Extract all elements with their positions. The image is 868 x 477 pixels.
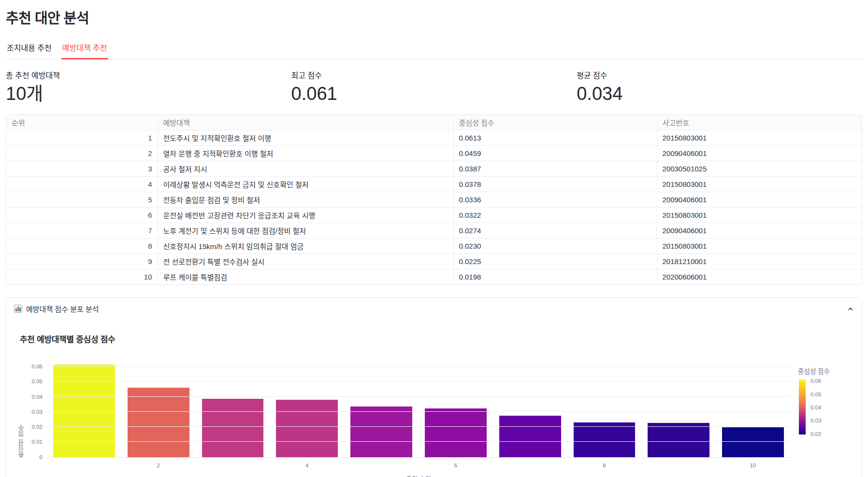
metric-value: 0.061 <box>291 83 577 106</box>
table-row: 6운전실 배전반 고장관련 차단기 응급조치 교육 시행0.0322201508… <box>6 207 862 223</box>
bar-rank-10[interactable] <box>722 427 784 457</box>
cell-accident-number: 20090406001 <box>657 192 862 207</box>
prevention-table: 순위 예방대책 중심성 점수 사고번호 1전도주시 및 지적확인환호 철저 이행… <box>6 114 862 285</box>
table-body: 1전도주시 및 지적확인환호 철저 이행0.0613201508030012열차… <box>6 130 862 284</box>
table-row: 10루프 케이블 특별점검0.019820200606001 <box>6 269 862 284</box>
y-axis-tick: 0.05 <box>32 379 43 384</box>
cell-prevention: 열차 운행 중 지적확인환호 이행 철저 <box>158 145 453 161</box>
cell-centrality-score: 0.0387 <box>453 161 657 176</box>
table-row: 8신호정지시 15km/h 스위치 임의취급 절대 엄금0.0230201508… <box>6 238 862 253</box>
cell-centrality-score: 0.0336 <box>453 192 657 207</box>
y-axis-tick: 0.03 <box>32 409 43 415</box>
metrics-row: 총 추천 예방대책 10개 최고 점수 0.061 평균 점수 0.034 <box>6 69 862 106</box>
x-axis-ticks: 246810 <box>47 463 790 470</box>
y-axis-tick: 0.02 <box>32 424 43 430</box>
cell-rank: 1 <box>6 130 158 145</box>
chart-title: 추천 예방대책별 중심성 점수 <box>20 333 854 345</box>
bar-rank-7[interactable] <box>499 416 561 457</box>
cell-rank: 9 <box>6 253 158 269</box>
bars-container <box>47 359 790 457</box>
colorbar-gradient <box>799 379 806 435</box>
bar-rank-5[interactable] <box>350 407 412 457</box>
table-row: 5전동차 출입문 점검 및 정비 철저0.033620090406001 <box>6 192 862 207</box>
table-row: 1전도주시 및 지적확인환호 철저 이행0.061320150803001 <box>6 130 862 145</box>
bar-rank-8[interactable] <box>574 422 636 457</box>
cell-accident-number: 20150803001 <box>657 176 862 192</box>
cell-rank: 6 <box>6 207 158 223</box>
column-header-rank[interactable]: 순위 <box>6 115 158 130</box>
cell-accident-number: 20150803001 <box>657 130 862 145</box>
gridline <box>47 411 790 412</box>
bar-rank-6[interactable] <box>425 408 487 457</box>
colorbar-tick: 0.02 <box>810 431 821 437</box>
column-header-accident-number[interactable]: 사고번호 <box>657 115 862 130</box>
bar-rank-2[interactable] <box>128 388 189 457</box>
metric-max-score: 최고 점수 0.061 <box>291 69 577 106</box>
x-axis-tick: 2 <box>157 463 159 468</box>
gridline <box>47 426 790 427</box>
chevron-up-icon[interactable] <box>847 306 854 312</box>
table-row: 2열차 운행 중 지적확인환호 이행 철저0.045920090406001 <box>6 145 862 161</box>
table-row: 3공사 철저 지시0.038720030501025 <box>6 161 862 176</box>
cell-rank: 4 <box>6 176 158 192</box>
colorbar-tick: 0.05 <box>810 392 821 397</box>
cell-accident-number: 20200606001 <box>657 269 862 284</box>
gridline <box>47 396 790 397</box>
cell-prevention: 루프 케이블 특별점검 <box>158 269 453 284</box>
table-row: 7노후 계전기 및 스위치 등에 대한 점검/정비 철저0.0274200904… <box>6 223 862 238</box>
score-distribution-expander: 예방대책 점수 분포 분석 추천 예방대책별 중심성 점수 중심성 점수 00.… <box>6 297 862 477</box>
tab-prevention-recommendation[interactable]: 예방대책 추천 <box>61 39 108 59</box>
cell-centrality-score: 0.0230 <box>453 238 657 253</box>
colorbar-tick: 0.06 <box>810 378 821 384</box>
cell-accident-number: 20181210001 <box>657 253 862 269</box>
cell-prevention: 공사 철저 지시 <box>158 161 453 176</box>
cell-prevention: 전동차 출입문 점검 및 정비 철저 <box>158 192 453 207</box>
bar-rank-3[interactable] <box>202 399 264 457</box>
colorbar-legend: 중심성 점수 0.060.050.040.030.02 <box>785 366 842 435</box>
metric-label: 총 추천 예방대책 <box>6 69 291 81</box>
x-axis-tick: 6 <box>454 463 457 468</box>
colorbar-tick: 0.04 <box>810 405 821 410</box>
cell-rank: 2 <box>6 145 158 161</box>
cell-prevention: 운전실 배전반 고장관련 차단기 응급조치 교육 시행 <box>158 207 453 223</box>
main-content: 추천 대안 분석 조치내용 추천 예방대책 추천 총 추천 예방대책 10개 최… <box>0 0 868 477</box>
y-axis-tick: 0.01 <box>32 439 43 445</box>
column-header-prevention[interactable]: 예방대책 <box>158 115 453 130</box>
cell-accident-number: 20150803001 <box>657 238 862 253</box>
y-axis-tick: 0 <box>40 454 43 460</box>
bar-rank-4[interactable] <box>276 400 338 457</box>
y-axis-title: 중심성 점수 <box>17 359 26 458</box>
cell-centrality-score: 0.0459 <box>453 145 657 161</box>
expander-header[interactable]: 예방대책 점수 분포 분석 <box>14 298 854 320</box>
cell-rank: 5 <box>6 192 158 207</box>
page-title: 추천 대안 분석 <box>6 7 862 27</box>
cell-prevention: 전 선로전환기 특별 전수검사 실시 <box>158 253 453 269</box>
cell-centrality-score: 0.0225 <box>453 253 657 269</box>
tab-action-recommendation[interactable]: 조치내용 추천 <box>6 39 53 59</box>
table-header-row: 순위 예방대책 중심성 점수 사고번호 <box>6 115 862 130</box>
metric-total-preventions: 총 추천 예방대책 10개 <box>6 69 291 106</box>
metric-label: 평균 점수 <box>577 69 862 81</box>
gridline <box>47 441 790 442</box>
cell-centrality-score: 0.0322 <box>453 207 657 223</box>
cell-rank: 3 <box>6 161 158 176</box>
cell-prevention: 노후 계전기 및 스위치 등에 대한 점검/정비 철저 <box>158 223 453 238</box>
x-axis-tick: 10 <box>750 463 756 468</box>
cell-accident-number: 20090406001 <box>657 145 862 161</box>
cell-rank: 8 <box>6 238 158 253</box>
gridline <box>47 381 790 381</box>
column-header-centrality-score[interactable]: 중심성 점수 <box>453 115 657 130</box>
y-axis-tick: 0.04 <box>32 394 43 400</box>
bar-chart: 중심성 점수 00.010.020.030.040.050.06 246810 … <box>14 351 854 477</box>
table-row: 9전 선로전환기 특별 전수검사 실시0.022520181210001 <box>6 253 862 269</box>
cell-accident-number: 20150803001 <box>657 207 862 223</box>
cell-prevention: 이례상황 발생시 억측운전 금지 및 신호확인 철저 <box>158 176 453 192</box>
x-axis-tick: 8 <box>603 463 606 468</box>
metric-value: 0.034 <box>577 83 862 106</box>
bar-rank-9[interactable] <box>648 423 709 457</box>
table-row: 4이례상황 발생시 억측운전 금지 및 신호확인 철저0.03782015080… <box>6 176 862 192</box>
plot-area: 00.010.020.030.040.050.06 <box>47 359 790 458</box>
bar-rank-1[interactable] <box>53 365 115 457</box>
cell-prevention: 신호정지시 15km/h 스위치 임의취급 절대 엄금 <box>158 238 453 253</box>
cell-accident-number: 20030501025 <box>657 161 862 176</box>
